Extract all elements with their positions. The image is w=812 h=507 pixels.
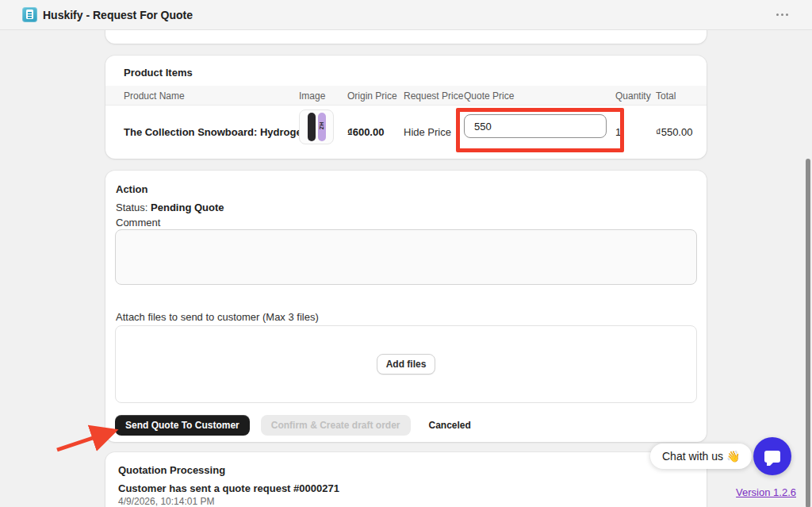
page-title: Huskify - Request For Quote — [43, 9, 193, 21]
snowboard-black — [308, 113, 316, 141]
chat-with-us-label: Chat with us 👋 — [662, 450, 740, 463]
action-title: Action — [116, 183, 147, 195]
action-buttons-row: Send Quote To Customer Confirm & Create … — [115, 415, 478, 436]
send-quote-button[interactable]: Send Quote To Customer — [115, 415, 250, 436]
product-name: The Collection Snowboard: Hydrogen — [124, 126, 308, 138]
total-value: ₫550.00 — [656, 126, 692, 138]
chat-launcher-button[interactable] — [753, 437, 791, 475]
col-product-name: Product Name — [124, 90, 185, 102]
product-items-title: Product Items — [124, 67, 193, 79]
quotation-event: Customer has sent a quote request #00002… — [118, 482, 339, 494]
status-badge: Pending Quote — [151, 202, 224, 213]
app-window: Huskify - Request For Quote Product Item… — [0, 0, 812, 507]
header-left: Huskify - Request For Quote — [22, 7, 193, 22]
quotation-processing-card: Quotation Processing Customer has sent a… — [105, 452, 707, 507]
app-header: Huskify - Request For Quote — [0, 0, 812, 30]
snowboard-purple: HZ — [318, 113, 326, 141]
add-files-button[interactable]: Add files — [377, 354, 436, 374]
status-line: Status: Pending Quote — [116, 202, 224, 213]
col-total: Total — [656, 90, 676, 102]
attach-files-dropzone[interactable]: Add files — [115, 325, 697, 403]
attach-files-label: Attach files to send to customer (Max 3 … — [116, 311, 319, 323]
quantity-value: 1 — [615, 126, 621, 138]
quote-price-input[interactable] — [464, 114, 607, 138]
chat-with-us-button[interactable]: Chat with us 👋 — [650, 444, 752, 469]
origin-price: ₫600.00 — [347, 126, 384, 138]
col-image: Image — [299, 90, 325, 102]
action-card: Action Status: Pending Quote Comment Att… — [105, 171, 707, 442]
col-quantity: Quantity — [615, 90, 651, 102]
overflow-menu-icon[interactable] — [775, 9, 790, 21]
huskify-app-icon — [22, 7, 37, 22]
scrollbar-thumb[interactable] — [806, 159, 810, 507]
product-items-card: Product Items Product Name Image Origin … — [105, 56, 707, 159]
product-image: HZ — [299, 109, 334, 144]
confirm-create-draft-order-button[interactable]: Confirm & Create draft order — [261, 415, 411, 436]
table-row: The Collection Snowboard: Hydrogen HZ ₫6… — [105, 106, 707, 156]
comment-label: Comment — [116, 217, 160, 229]
col-origin-price: Origin Price — [347, 90, 397, 102]
status-label: Status: — [116, 202, 151, 213]
snowboard-label: HZ — [319, 122, 324, 129]
col-request-price: Request Price — [404, 90, 463, 102]
canceled-button[interactable]: Canceled — [422, 415, 478, 436]
table-header-row: Product Name Image Origin Price Request … — [105, 86, 707, 106]
quotation-timestamp: 4/9/2026, 10:14:01 PM — [118, 496, 214, 507]
request-price: Hide Price — [404, 126, 451, 138]
comment-textarea[interactable] — [115, 229, 697, 285]
version-link[interactable]: Version 1.2.6 — [736, 486, 796, 498]
chat-bubble-icon — [764, 451, 780, 463]
quotation-processing-title: Quotation Processing — [118, 464, 225, 476]
col-quote-price: Quote Price — [464, 90, 514, 102]
